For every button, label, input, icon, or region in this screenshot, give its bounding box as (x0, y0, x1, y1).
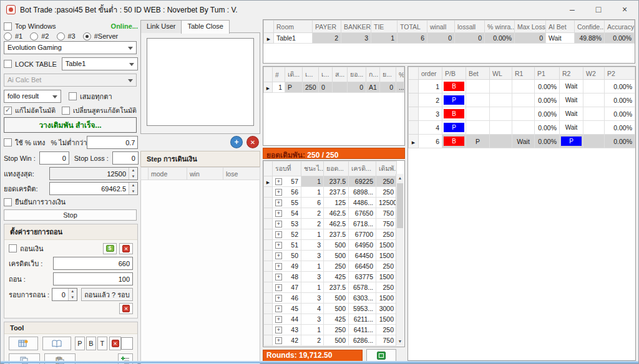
credit-stepper[interactable]: ▲▼ (49, 182, 138, 195)
rounds-row[interactable]: +42 2 500 6286... 750 (264, 335, 397, 346)
expand-icon[interactable]: + (275, 178, 282, 185)
close-icon: ✕ (250, 139, 255, 146)
order-row[interactable]: 1 B 0.00% Wait 0.00% (409, 80, 635, 93)
rounds-row[interactable]: +47 1 237.5 6578... 250 (264, 282, 397, 293)
table-dropdown[interactable]: Table1 (62, 57, 138, 70)
minimize-button[interactable]: – (559, 1, 585, 17)
stop-button[interactable]: Stop (4, 209, 137, 221)
stepper-arrows-icon[interactable]: ▲▼ (129, 183, 137, 194)
credit-input[interactable] (50, 183, 137, 195)
scroll-down-icon[interactable]: ▼ (396, 337, 404, 346)
money-button[interactable]: $ (103, 243, 117, 254)
min-percent-label: % ไม่ต่ำกว่า (51, 137, 87, 148)
order-row[interactable]: 6 B P Wait 0.00% P 0.00% (409, 135, 635, 148)
rounds-row[interactable]: +57 1 237.5 69225 250 (264, 176, 397, 187)
stepper-arrows-icon[interactable]: ▲▼ (129, 168, 137, 180)
rounds-row[interactable]: +53 2 462.5 6718... 750 (264, 219, 397, 229)
fix-manual-checkbox[interactable] (4, 107, 12, 115)
withdraw-amount-input[interactable] (53, 272, 133, 285)
order-row[interactable]: 2 P 0.00% Wait 0.00% (409, 93, 635, 107)
p-button[interactable]: P (75, 337, 85, 350)
bet-column-header: % (396, 67, 404, 82)
order-row[interactable]: 3 B 0.00% Wait 0.00% (409, 107, 635, 121)
withdraw-round-stepper[interactable]: ▲▼ (52, 288, 77, 301)
stepper-arrows-icon[interactable]: ▲▼ (68, 289, 77, 300)
place-bet-button[interactable]: วางเดิมพัน สำเร็จ... (4, 117, 137, 133)
rounds-row[interactable]: +46 3 500 6303... 1500 (264, 293, 397, 304)
withdrawn-rounds-button[interactable]: ถอนแล้ว ? รอบ (81, 288, 133, 301)
expand-icon[interactable]: + (275, 274, 282, 280)
radio-option[interactable]: #3 (57, 32, 76, 41)
b-button[interactable]: B (86, 337, 96, 350)
expand-icon[interactable]: + (275, 199, 282, 206)
withdraw-checkbox[interactable] (9, 244, 17, 252)
stop-win-input[interactable] (39, 151, 69, 165)
rounds-row[interactable]: +52 1 237.5 67700 250 (264, 229, 397, 240)
expand-icon[interactable]: + (275, 316, 282, 323)
delete-button[interactable]: ✕ (119, 303, 133, 314)
clear-button[interactable]: ✕ (109, 337, 122, 350)
expand-icon[interactable]: + (275, 221, 282, 228)
expand-icon[interactable]: + (275, 189, 282, 196)
rounds-table: รอบที่ชนะไ...ยอด...เครดิ...เดิมพั... +57… (263, 161, 397, 346)
remove-circle-button[interactable]: ✕ (246, 136, 259, 148)
rounds-row[interactable]: +51 3 500 64950 1500 (264, 240, 397, 251)
rounds-row[interactable]: +43 1 250 6411... 250 (264, 325, 397, 335)
expand-icon[interactable]: + (275, 263, 282, 270)
change-formula-checkbox[interactable] (62, 107, 70, 115)
close-button[interactable]: × (612, 1, 638, 17)
address-book-button[interactable] (42, 337, 72, 350)
add-circle-button[interactable]: + (230, 136, 243, 148)
scroll-thumb[interactable] (397, 183, 403, 228)
max-bet-input[interactable] (50, 168, 137, 180)
expand-icon[interactable]: + (275, 252, 282, 259)
r2-badge: Wait (561, 95, 582, 105)
min-percent-input[interactable] (87, 136, 138, 149)
rounds-row[interactable]: +56 1 237.5 6898... 250 (264, 187, 397, 198)
rounds-row[interactable]: +50 3 500 64450 1500 (264, 251, 397, 261)
expand-icon[interactable]: + (275, 242, 282, 249)
server-radio-group: #1 #2 #3 #Server (4, 31, 138, 41)
expand-icon[interactable]: + (275, 210, 282, 217)
color-box[interactable] (121, 337, 133, 350)
lock-table-checkbox[interactable] (4, 60, 12, 68)
room-row[interactable]: Table1 2 3 1 6 0 0 0.00% 0 Wait 49.88% 0… (264, 33, 635, 44)
expand-icon[interactable]: + (275, 337, 282, 344)
top-windows-checkbox[interactable] (4, 22, 12, 31)
radio-option[interactable]: #Server (83, 32, 119, 41)
delete-withdraw-button[interactable]: ✕ (119, 243, 133, 254)
radio-option[interactable]: #2 (30, 32, 49, 41)
tab-table-close[interactable]: Table Close (181, 20, 229, 34)
rounds-row[interactable]: +48 3 425 63775 1500 (264, 272, 397, 282)
maximize-button[interactable]: □ (585, 1, 612, 17)
rounds-row[interactable]: +49 1 250 66450 250 (264, 261, 397, 272)
provider-dropdown[interactable]: Evolution Gaming (4, 41, 137, 54)
web-credit-input[interactable] (53, 257, 133, 270)
order-row[interactable]: 4 P 0.00% Wait 0.00% (409, 121, 635, 135)
export-excel-button[interactable] (366, 349, 396, 362)
confirm-bet-checkbox[interactable] (4, 198, 12, 206)
rounds-row[interactable]: +55 6 125 4486... 12500 (264, 198, 397, 208)
expand-icon[interactable]: + (275, 231, 282, 238)
radio-option[interactable]: #1 (4, 32, 22, 41)
rounds-row[interactable]: +54 2 462.5 67650 750 (264, 208, 397, 219)
expand-icon[interactable]: + (275, 327, 282, 333)
online-status: Online... (111, 22, 138, 30)
expand-icon[interactable]: + (275, 295, 282, 302)
max-bet-stepper[interactable]: ▲▼ (49, 167, 138, 180)
table-close-listbox[interactable] (147, 38, 254, 126)
use-percent-checkbox[interactable] (4, 138, 12, 146)
expand-icon[interactable]: + (275, 305, 282, 312)
t-button[interactable]: T (97, 337, 107, 350)
rounds-row[interactable]: +45 4 500 5953... 3000 (264, 304, 397, 314)
rounds-scrollbar[interactable]: ▲ ▼ (396, 174, 404, 346)
always-tie-checkbox[interactable] (69, 92, 77, 100)
rounds-row[interactable]: +44 3 425 6211... 1500 (264, 314, 397, 325)
scroll-up-icon[interactable]: ▲ (396, 174, 404, 183)
expand-icon[interactable]: + (275, 284, 282, 291)
bet-row[interactable]: 1 P 250 0 0 A1 0 ... (264, 82, 404, 93)
stop-loss-input[interactable] (112, 151, 139, 165)
table-add-button[interactable] (9, 337, 38, 350)
follo-result-dropdown[interactable]: follo result (4, 90, 61, 103)
tab-link-user[interactable]: Link User (140, 20, 182, 33)
